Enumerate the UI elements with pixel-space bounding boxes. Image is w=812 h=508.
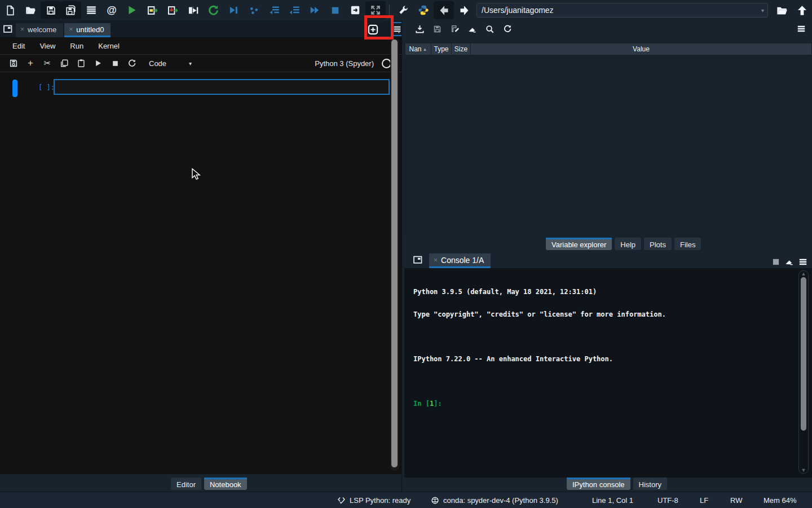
run-external-button[interactable] bbox=[345, 1, 365, 19]
eraser-icon bbox=[467, 24, 477, 34]
tab-variable-explorer[interactable]: Variable explorer bbox=[546, 238, 612, 250]
tab-ipython-console[interactable]: IPython console bbox=[567, 478, 630, 490]
at-symbol-icon: @ bbox=[107, 5, 117, 16]
cell-type-select[interactable]: Code ▾ bbox=[149, 59, 192, 68]
paste-cell-button[interactable] bbox=[73, 56, 89, 71]
run-cell-button[interactable] bbox=[142, 1, 162, 19]
tab-welcome[interactable]: × welcome bbox=[16, 23, 63, 37]
column-size-label: Size bbox=[454, 45, 467, 53]
tab-files[interactable]: Files bbox=[674, 238, 701, 250]
run-cell-button[interactable] bbox=[90, 56, 106, 71]
close-icon[interactable]: × bbox=[20, 26, 24, 33]
tab-notebook[interactable]: Notebook bbox=[204, 478, 247, 490]
interrupt-kernel-button[interactable] bbox=[772, 258, 780, 266]
clear-console-button[interactable] bbox=[784, 257, 794, 266]
download-icon bbox=[415, 24, 425, 34]
console-options-menu-button[interactable] bbox=[798, 257, 807, 266]
memory-status: Mem 64% bbox=[764, 492, 797, 508]
forward-button[interactable] bbox=[454, 1, 474, 19]
rerun-cell-button[interactable] bbox=[203, 1, 223, 19]
step-return-button[interactable] bbox=[284, 1, 304, 19]
conda-env-status[interactable]: conda: spyder-dev-4 (Python 3.9.5) bbox=[431, 492, 558, 508]
outline-explorer-button[interactable] bbox=[81, 1, 102, 19]
save-data-button[interactable] bbox=[429, 21, 446, 36]
column-header-size[interactable]: Size bbox=[452, 43, 471, 55]
browse-tabs-icon bbox=[413, 255, 423, 265]
prompt-prefix: In [ bbox=[413, 400, 430, 408]
scroll-up-icon[interactable]: ▲ bbox=[801, 271, 806, 277]
tab-ipython-console-label: IPython console bbox=[572, 480, 625, 489]
browse-working-directory-button[interactable] bbox=[771, 1, 792, 19]
tab-untitled0[interactable]: × untitled0 bbox=[64, 23, 111, 37]
annotation-red-box bbox=[364, 15, 394, 40]
tab-welcome-label: welcome bbox=[28, 25, 56, 34]
preferences-button[interactable] bbox=[393, 1, 413, 19]
find-symbols-button[interactable]: @ bbox=[102, 1, 122, 19]
tab-history[interactable]: History bbox=[633, 478, 667, 490]
new-file-button[interactable] bbox=[0, 1, 20, 19]
tab-plots[interactable]: Plots bbox=[644, 238, 672, 250]
console-output[interactable]: Python 3.9.5 (default, May 18 2021, 12:3… bbox=[404, 268, 812, 478]
parent-directory-button[interactable] bbox=[792, 1, 812, 19]
run-cell-advance-button[interactable] bbox=[162, 1, 183, 19]
column-type-label: Type bbox=[434, 45, 448, 53]
close-icon[interactable]: × bbox=[69, 26, 73, 33]
toolbar-separator bbox=[389, 5, 390, 16]
menu-kernel[interactable]: Kernel bbox=[98, 42, 120, 50]
console-line: Type "copyright", "credits" or "license"… bbox=[413, 311, 795, 318]
import-data-button[interactable] bbox=[411, 21, 429, 36]
notebook-scrollbar-thumb[interactable] bbox=[391, 40, 398, 467]
cell-editor[interactable] bbox=[54, 79, 390, 95]
back-button[interactable] bbox=[434, 1, 454, 19]
browse-tabs-button[interactable] bbox=[410, 252, 426, 268]
copy-cell-button[interactable] bbox=[56, 56, 72, 71]
column-header-name[interactable]: Nan ▲ bbox=[405, 43, 431, 55]
chevron-down-icon[interactable]: ▾ bbox=[760, 7, 765, 14]
debug-step-button[interactable] bbox=[244, 1, 264, 19]
tab-console-1a[interactable]: × Console 1/A bbox=[429, 253, 491, 268]
run-to-line-button[interactable] bbox=[223, 1, 244, 19]
run-file-button[interactable] bbox=[122, 1, 142, 19]
column-header-value[interactable]: Value bbox=[471, 43, 811, 55]
close-icon[interactable]: × bbox=[434, 257, 438, 264]
step-over-button[interactable] bbox=[264, 1, 284, 19]
menu-edit[interactable]: Edit bbox=[12, 42, 25, 50]
python-env-button[interactable] bbox=[413, 1, 434, 19]
conda-env-label: conda: spyder-dev-4 (Python 3.9.5) bbox=[443, 496, 558, 505]
variable-explorer-table[interactable] bbox=[404, 55, 812, 237]
run-icon bbox=[126, 5, 138, 16]
column-header-type[interactable]: Type bbox=[431, 43, 452, 55]
refresh-variables-button[interactable] bbox=[498, 21, 516, 36]
save-icon bbox=[9, 59, 18, 68]
debug-continue-button[interactable] bbox=[304, 1, 325, 19]
tab-editor[interactable]: Editor bbox=[171, 478, 201, 490]
console-scrollbar[interactable]: ▲ ▼ bbox=[798, 270, 809, 474]
add-cell-button[interactable]: + bbox=[23, 56, 38, 71]
save-file-button[interactable] bbox=[41, 1, 61, 19]
pane-options-menu-button[interactable] bbox=[792, 21, 810, 36]
browse-tabs-button[interactable] bbox=[0, 21, 16, 37]
cut-cell-button[interactable]: ✂ bbox=[39, 56, 55, 71]
cursor-position-label: Line 1, Col 1 bbox=[592, 496, 633, 505]
stop-debug-button[interactable] bbox=[325, 1, 345, 19]
open-file-button[interactable] bbox=[20, 1, 41, 19]
tab-help[interactable]: Help bbox=[615, 238, 641, 250]
scroll-down-icon[interactable]: ▼ bbox=[801, 467, 806, 473]
interrupt-kernel-button[interactable] bbox=[107, 56, 123, 71]
save-all-button[interactable] bbox=[61, 1, 81, 19]
working-directory-combobox[interactable]: /Users/juanitagomez ▾ bbox=[476, 3, 768, 17]
open-folder-icon bbox=[25, 5, 36, 16]
console-scrollbar-thumb[interactable] bbox=[801, 277, 806, 431]
save-notebook-button[interactable] bbox=[6, 56, 21, 71]
lsp-status[interactable]: LSP Python: ready bbox=[337, 492, 411, 508]
wrench-icon bbox=[398, 5, 409, 16]
menu-run[interactable]: Run bbox=[70, 42, 83, 50]
restart-kernel-button[interactable] bbox=[124, 56, 140, 71]
search-icon bbox=[485, 24, 495, 34]
run-selection-button[interactable] bbox=[183, 1, 203, 19]
menu-view[interactable]: View bbox=[39, 42, 55, 50]
search-variables-button[interactable] bbox=[481, 21, 498, 36]
stop-square-icon bbox=[330, 5, 341, 16]
save-data-as-button[interactable] bbox=[446, 21, 464, 36]
remove-variables-button[interactable] bbox=[464, 21, 481, 36]
